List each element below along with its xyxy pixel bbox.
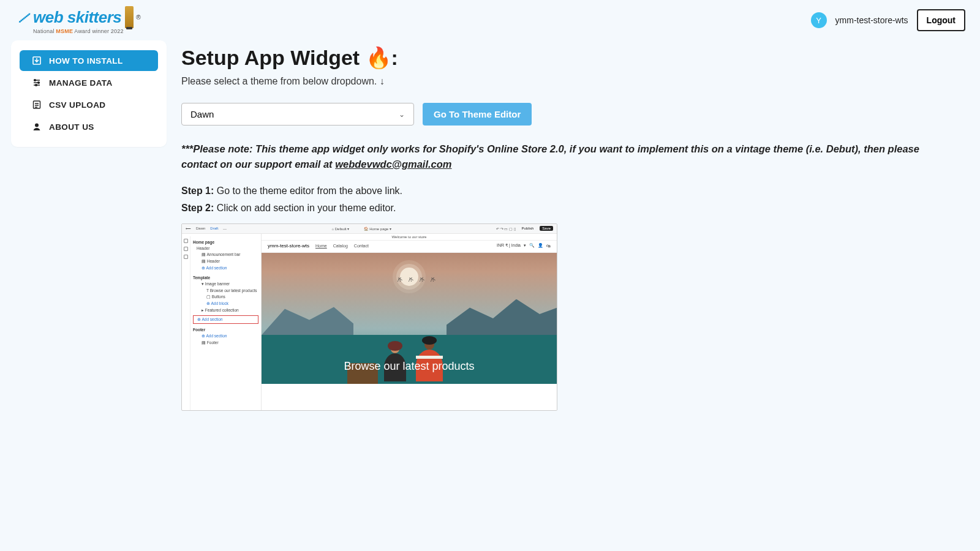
logout-button[interactable]: Logout [917, 9, 965, 31]
sidebar-item-label: CSV UPLOAD [49, 100, 106, 110]
sidebar-item-manage-data[interactable]: MANAGE DATA [20, 72, 158, 93]
logo-subtitle: National MSME Award winner 2022 [33, 28, 124, 34]
svg-point-1 [34, 80, 36, 81]
page-title: Setup App Widget 🔥: [181, 45, 969, 70]
csv-icon [32, 100, 42, 110]
trophy-icon [125, 6, 134, 28]
install-icon [32, 56, 42, 66]
avatar[interactable]: Y [811, 12, 827, 28]
sidebar-item-csv-upload[interactable]: CSV UPLOAD [20, 94, 158, 115]
logo: ⟋ Web skitters ® National MSME Award win… [15, 6, 141, 34]
logo-text: Web skitters [33, 8, 121, 27]
svg-point-5 [35, 124, 39, 127]
svg-point-2 [38, 82, 40, 84]
support-email-link[interactable]: webdevwdc@gmail.com [335, 159, 451, 170]
page-subtitle: Please select a theme from below dropdow… [181, 76, 969, 87]
sidebar-item-label: MANAGE DATA [49, 78, 113, 88]
svg-point-3 [36, 84, 37, 86]
chevron-down-icon: ⌄ [399, 110, 405, 119]
user-area: Y ymm-test-store-wts Logout [811, 9, 965, 31]
sidebar: HOW TO INSTALL MANAGE DATA CSV UPLOAD AB… [11, 40, 167, 147]
topbar: ⟋ Web skitters ® National MSME Award win… [0, 0, 980, 40]
step-2: Step 2: Click on add section in your the… [181, 203, 969, 214]
sliders-icon [32, 78, 42, 88]
registered-mark: ® [136, 14, 140, 21]
store-name: ymm-test-store-wts [835, 15, 908, 25]
step-1: Step 1: Go to the theme editor from the … [181, 186, 969, 197]
logo-swoosh-icon: ⟋ [15, 7, 32, 28]
note-text: ***Please note: This theme app widget on… [181, 141, 935, 172]
theme-select-value: Dawn [190, 109, 214, 119]
theme-select[interactable]: Dawn ⌄ [181, 103, 414, 126]
sidebar-item-about-us[interactable]: ABOUT US [20, 116, 158, 137]
user-icon [32, 122, 42, 132]
sidebar-item-label: ABOUT US [49, 122, 94, 132]
go-to-theme-editor-button[interactable]: Go To Theme Editor [423, 103, 532, 126]
main-content: Setup App Widget 🔥: Please select a them… [181, 40, 969, 429]
sidebar-item-how-to-install[interactable]: HOW TO INSTALL [20, 50, 158, 71]
theme-editor-screenshot: ⟵ Dawn Draft ⋯ ⌂ Default ▾ 🏠 Home page ▾… [181, 223, 557, 411]
sidebar-item-label: HOW TO INSTALL [49, 56, 123, 66]
